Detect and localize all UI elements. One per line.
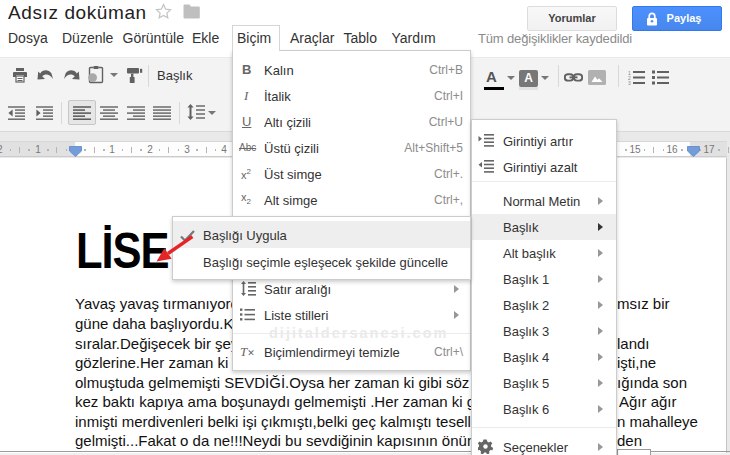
svg-text:3: 3 bbox=[628, 80, 631, 85]
